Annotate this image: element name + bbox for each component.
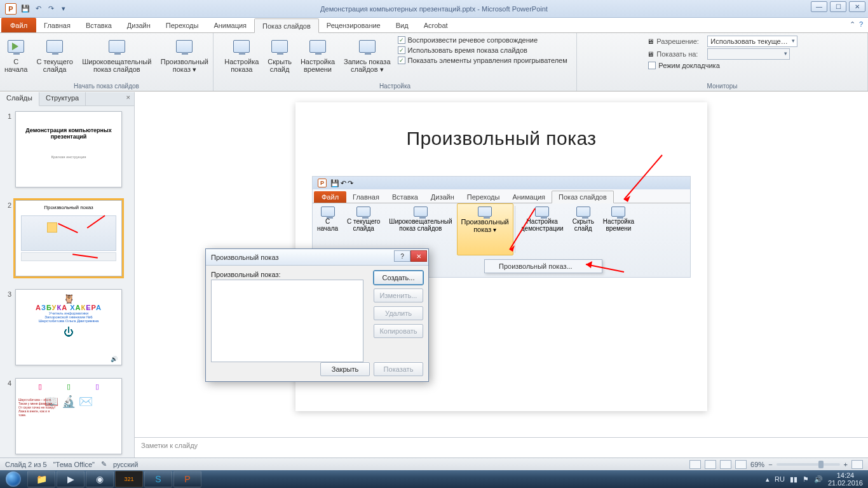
zoom-slider[interactable] — [776, 463, 840, 466]
tray-flag-icon[interactable]: ⚑ — [803, 475, 809, 484]
dialog-title: Произвольный показ ? ✕ — [206, 249, 428, 266]
close-button[interactable]: Закрыть — [320, 362, 370, 376]
group-label-start: Начать показ слайдов — [0, 82, 213, 90]
fit-to-window-button[interactable] — [851, 460, 863, 469]
ribbon: С начала С текущего слайда Широковещател… — [0, 33, 868, 92]
setup-show-button[interactable]: Настройка показа — [221, 34, 262, 75]
close-button[interactable]: ✕ — [849, 1, 865, 12]
theme-name: "Тема Office" — [53, 461, 95, 468]
slide-thumb-3[interactable]: 3 🦉 АЗБУКА ХАКЕРА Учитель информатики За… — [4, 289, 130, 365]
ribbon-minimize-icon[interactable]: ⌃ — [850, 20, 855, 29]
spellcheck-icon[interactable]: ✎ — [101, 460, 107, 468]
zoom-in-icon[interactable]: + — [844, 461, 848, 468]
tab-design[interactable]: Дизайн — [119, 18, 158, 32]
svg-line-5 — [586, 264, 624, 272]
maximize-button[interactable]: ☐ — [830, 1, 846, 12]
outline-tab[interactable]: Структура — [39, 92, 86, 105]
window-title: Демонстрация компьютерных презентаций.pp… — [320, 5, 548, 13]
taskbar-mpc[interactable]: 321 — [115, 471, 143, 487]
svg-marker-6 — [586, 261, 592, 268]
showon-combo — [707, 48, 790, 60]
slide-thumb-4[interactable]: 4 ▯▯▯ 📖 🔬 ✉️ Шерстобитова – это я. Такая… — [4, 378, 130, 454]
create-button[interactable]: Создать... — [374, 271, 423, 285]
undo-icon[interactable]: ↶ — [32, 3, 44, 15]
dialog-close-button[interactable]: ✕ — [410, 250, 427, 262]
taskbar-powerpoint[interactable]: P — [173, 471, 201, 487]
windows-taskbar: 📁 ▶ ◉ 321 S P ▴ RU ▮▮ ⚑ 🔊 14:2421.02.201… — [0, 470, 868, 488]
save-icon[interactable]: 💾 — [19, 3, 32, 15]
group-label-setup: Настройка — [214, 82, 576, 90]
custom-show-dialog: Произвольный показ ? ✕ Произвольный пока… — [205, 248, 429, 382]
slide-thumb-1[interactable]: 1 Демонстрация компьютерных презентацийК… — [4, 111, 130, 187]
tab-acrobat[interactable]: Acrobat — [416, 18, 456, 32]
tab-insert[interactable]: Вставка — [78, 18, 119, 32]
taskbar-chrome[interactable]: ◉ — [86, 471, 114, 487]
play-narrations-checkbox[interactable]: ✓Воспроизвести речевое сопровождение — [397, 36, 539, 44]
from-beginning-button[interactable]: С начала — [1, 34, 31, 75]
tray-network-icon[interactable]: ▮▮ — [790, 475, 797, 484]
zoom-level[interactable]: 69% — [750, 461, 764, 468]
hide-slide-button[interactable]: Скрыть слайд — [264, 34, 295, 75]
rehearse-button[interactable]: Настройка времени — [297, 34, 338, 75]
broadcast-button[interactable]: Широковещательный показ слайдов — [79, 34, 155, 75]
taskbar-skype[interactable]: S — [144, 471, 172, 487]
show-controls-checkbox[interactable]: ✓Показать элементы управления проигрыват… — [397, 56, 569, 65]
resolution-combo[interactable]: Использовать текуще… — [707, 36, 797, 47]
powerpoint-icon: P — [5, 3, 17, 15]
svg-line-3 — [624, 155, 662, 200]
tab-transitions[interactable]: Переходы — [158, 18, 207, 32]
workspace: Слайды Структура × 1 Демонстрация компью… — [0, 92, 868, 458]
presenter-view-checkbox[interactable]: Режим докладчика — [647, 61, 797, 70]
taskbar-explorer[interactable]: 📁 — [27, 471, 55, 487]
tray-lang[interactable]: RU — [775, 475, 785, 483]
help-icon[interactable]: ? — [859, 20, 863, 29]
monitor-icon: 🖥 — [647, 37, 654, 45]
tray-volume-icon[interactable]: 🔊 — [814, 475, 823, 484]
tab-animations[interactable]: Анимация — [206, 18, 254, 32]
tab-review[interactable]: Рецензирование — [319, 18, 388, 32]
dialog-help-button[interactable]: ? — [394, 250, 410, 262]
from-current-button[interactable]: С текущего слайда — [33, 34, 76, 75]
qat-customize-icon[interactable]: ▾ — [57, 3, 70, 15]
start-button[interactable] — [0, 470, 27, 488]
taskbar-mediaplayer[interactable]: ▶ — [57, 471, 85, 487]
slide-panel: Слайды Структура × 1 Демонстрация компью… — [0, 92, 135, 458]
delete-button: Удалить — [374, 306, 423, 320]
resolution-label: Разрешение: — [656, 37, 705, 45]
zoom-out-icon[interactable]: − — [768, 461, 772, 468]
minimize-button[interactable]: — — [811, 1, 827, 12]
group-label-monitors: Мониторы — [577, 82, 867, 90]
redo-icon[interactable]: ↷ — [44, 3, 57, 15]
panel-close-icon[interactable]: × — [123, 92, 134, 105]
svg-marker-0 — [12, 43, 18, 50]
custom-show-button[interactable]: Произвольный показ ▾ — [158, 34, 212, 75]
slideshow-view-button[interactable] — [735, 460, 747, 469]
language-indicator[interactable]: русский — [113, 461, 138, 468]
monitor-icon: 🖥 — [647, 50, 654, 58]
slide-thumb-2[interactable]: 2 Произвольный показ — [4, 200, 130, 276]
show-button: Показать — [374, 362, 423, 376]
record-button[interactable]: Запись показа слайдов ▾ — [341, 34, 393, 75]
edit-button: Изменить... — [374, 288, 423, 302]
tab-slideshow[interactable]: Показ слайдов — [254, 18, 319, 33]
tray-clock[interactable]: 14:2421.02.2016 — [828, 471, 863, 487]
slides-tab[interactable]: Слайды — [0, 92, 39, 106]
sorter-view-button[interactable] — [705, 460, 716, 469]
normal-view-button[interactable] — [689, 460, 701, 469]
quick-access-toolbar: P 💾 ↶ ↷ ▾ — [0, 3, 70, 15]
window-titlebar: P 💾 ↶ ↷ ▾ Демонстрация компьютерных през… — [0, 0, 868, 18]
tray-expand-icon[interactable]: ▴ — [766, 475, 770, 484]
svg-line-1 — [510, 208, 535, 250]
reading-view-button[interactable] — [720, 460, 731, 469]
tab-home[interactable]: Главная — [36, 18, 78, 32]
file-tab[interactable]: Файл — [1, 18, 36, 32]
use-timings-checkbox[interactable]: ✓Использовать время показа слайдов — [397, 46, 529, 55]
showon-label: Показать на: — [656, 50, 705, 58]
tab-view[interactable]: Вид — [388, 18, 416, 32]
slide-title-text: Произвольный показ — [295, 102, 707, 149]
ribbon-tabbar: Файл Главная Вставка Дизайн Переходы Ани… — [0, 18, 868, 33]
slide-counter: Слайд 2 из 5 — [5, 461, 47, 468]
notes-pane[interactable]: Заметки к слайду — [135, 437, 868, 458]
custom-shows-listbox[interactable] — [211, 280, 363, 362]
copy-button: Копировать — [374, 324, 423, 338]
